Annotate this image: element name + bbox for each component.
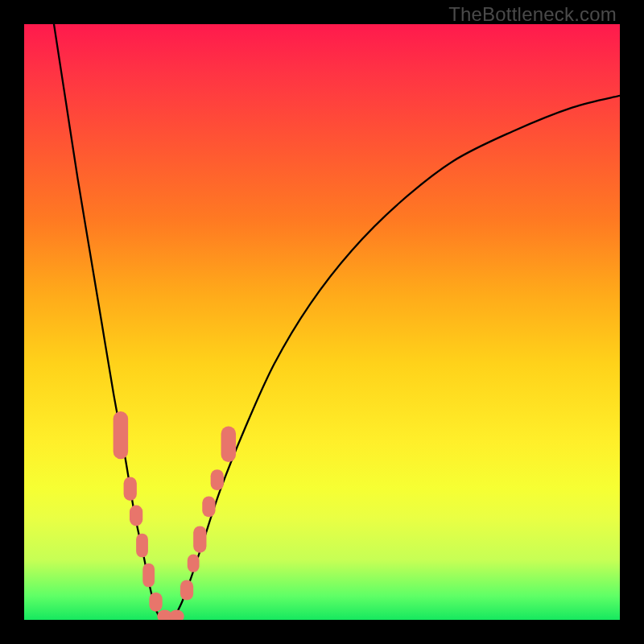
- curve-right-branch: [173, 96, 620, 620]
- chart-frame: TheBottleneck.com: [0, 0, 644, 644]
- data-marker: [142, 564, 155, 588]
- data-marker: [124, 477, 137, 501]
- watermark-text: TheBottleneck.com: [448, 3, 617, 26]
- data-markers: [114, 411, 236, 620]
- data-marker: [149, 592, 162, 612]
- curve-left-branch: [54, 24, 161, 620]
- data-marker: [114, 411, 129, 459]
- data-marker: [202, 496, 215, 517]
- data-marker: [130, 506, 142, 526]
- data-marker: [180, 580, 193, 600]
- data-marker: [188, 555, 200, 572]
- chart-svg: [24, 24, 620, 620]
- data-marker: [221, 427, 237, 462]
- data-marker: [193, 526, 206, 552]
- data-marker: [136, 534, 148, 558]
- data-marker: [169, 609, 184, 620]
- plot-area: [24, 24, 620, 620]
- data-marker: [211, 469, 224, 490]
